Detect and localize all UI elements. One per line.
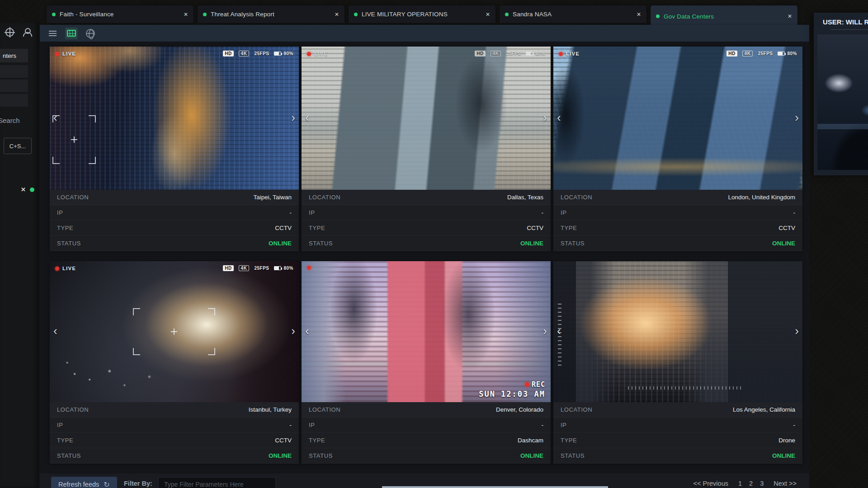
- feed-metadata: LOCATIONIstanbul, Turkey IP- TYPECCTV ST…: [50, 402, 299, 464]
- meta-label: TYPE: [561, 225, 577, 231]
- live-dot-icon: [307, 266, 311, 270]
- live-dot-icon: [559, 52, 563, 56]
- next-camera-chevron[interactable]: ›: [795, 111, 799, 123]
- cs-button[interactable]: C+S...: [4, 138, 32, 154]
- uhd-badge: 4K: [491, 51, 501, 56]
- grid-view-icon[interactable]: [65, 28, 78, 39]
- prev-camera-chevron[interactable]: ‹: [53, 325, 57, 337]
- meta-row-type: TYPECCTV: [50, 433, 299, 448]
- tab-close-icon[interactable]: ✕: [637, 11, 641, 18]
- page-3-link[interactable]: 3: [760, 480, 764, 487]
- refresh-icon: ↻: [104, 480, 109, 488]
- feed-video-taipei[interactable]: LIVE HD 4K 25FPS 80% ‹ ›: [50, 47, 299, 190]
- live-indicator: LIVE: [559, 51, 580, 56]
- target-icon[interactable]: [5, 28, 14, 37]
- list-view-icon[interactable]: [46, 28, 59, 39]
- globe-view-icon[interactable]: [84, 28, 97, 39]
- meta-label: IP: [57, 209, 63, 216]
- next-camera-chevron[interactable]: ›: [543, 111, 547, 123]
- meta-value: CCTV: [527, 225, 543, 231]
- hd-badge: HD: [475, 51, 485, 56]
- close-icon[interactable]: ✕: [21, 186, 26, 193]
- filter-input[interactable]: [158, 477, 276, 488]
- meta-row-type: TYPECCTV: [553, 221, 802, 236]
- tab-close-icon[interactable]: ✕: [788, 13, 792, 19]
- meta-label: IP: [561, 422, 566, 428]
- meta-label: IP: [561, 209, 566, 216]
- meta-value: CCTV: [275, 437, 292, 444]
- tab-sandra-nasa[interactable]: Sandra NASA ✕: [500, 5, 646, 23]
- divider: [831, 29, 868, 30]
- live-label: LIVE: [314, 51, 328, 56]
- previous-page-link[interactable]: << Previous: [693, 480, 728, 487]
- feed-card-denver: ‹ › REC SUN 12:03 AM LOCATIONDenver, Col…: [302, 261, 551, 464]
- status-badge: ONLINE: [772, 452, 795, 459]
- next-camera-chevron[interactable]: ›: [291, 111, 295, 123]
- user-icon[interactable]: [23, 28, 31, 37]
- feed-video-denver[interactable]: ‹ › REC SUN 12:03 AM: [302, 261, 551, 402]
- window-tab-bar: Faith - Surveillance ✕ Threat Analysis R…: [40, 5, 809, 25]
- sidebar-list-item[interactable]: [0, 80, 28, 92]
- user-webcam-video[interactable]: [817, 34, 868, 170]
- uhd-badge: 4K: [742, 51, 753, 56]
- tab-close-icon[interactable]: ✕: [335, 11, 339, 18]
- next-page-link[interactable]: Next >>: [774, 480, 797, 487]
- battery-label: 80%: [283, 51, 293, 56]
- meta-value: -: [542, 422, 544, 428]
- meta-label: LOCATION: [561, 406, 592, 413]
- fps-label: 25FPS: [506, 51, 521, 56]
- tab-gov-data-centers[interactable]: Gov Data Centers ✕: [651, 5, 797, 27]
- feed-video-istanbul[interactable]: LIVE HD 4K 25FPS 80% ‹ ›: [50, 261, 299, 402]
- live-indicator: LIVE: [307, 51, 328, 56]
- meta-row-location: LOCATIONLondon, United Kingdom: [553, 190, 802, 205]
- sidebar-search-label[interactable]: Search: [0, 117, 20, 124]
- feed-metadata: LOCATIONLos Angeles, California IP- TYPE…: [553, 402, 802, 464]
- prev-camera-chevron[interactable]: ‹: [557, 111, 561, 123]
- tab-threat-analysis-report[interactable]: Threat Analysis Report ✕: [198, 5, 344, 23]
- prev-camera-chevron[interactable]: ‹: [305, 111, 309, 123]
- live-dot-icon: [55, 52, 59, 56]
- meta-label: STATUS: [309, 452, 333, 459]
- meta-row-type: TYPEDrone: [553, 433, 802, 448]
- next-camera-chevron[interactable]: ›: [291, 325, 295, 337]
- prev-camera-chevron[interactable]: ‹: [305, 325, 309, 337]
- sidebar-item-centers[interactable]: nters: [0, 49, 28, 62]
- meta-row-location: LOCATIONTaipei, Taiwan: [50, 190, 299, 205]
- fps-label: 25FPS: [758, 51, 773, 56]
- meta-label: STATUS: [309, 240, 333, 247]
- pagination: << Previous 1 2 3 Next >>: [693, 480, 797, 487]
- next-camera-chevron[interactable]: ›: [795, 325, 799, 337]
- sidebar-list-item[interactable]: [0, 94, 28, 107]
- status-badge: ONLINE: [520, 452, 543, 459]
- battery-icon: [274, 52, 281, 56]
- sidebar-close-item[interactable]: ✕: [21, 186, 34, 193]
- feed-video-los-angeles[interactable]: ‹ ›: [553, 261, 802, 402]
- page-1-link[interactable]: 1: [738, 480, 742, 487]
- live-label: LIVE: [566, 51, 580, 56]
- tab-faith-surveillance[interactable]: Faith - Surveillance ✕: [47, 5, 193, 23]
- sidebar-list-item[interactable]: [0, 65, 28, 78]
- feed-card-london: LIVE HD 4K 25FPS 80% ‹ › LOCATIONLondon,…: [553, 47, 802, 251]
- meta-label: TYPE: [57, 225, 73, 231]
- desktop: nters Search C+S... ✕ Faith - Surveillan…: [0, 0, 868, 488]
- next-camera-chevron[interactable]: ›: [543, 325, 547, 337]
- meta-row-status: STATUSONLINE: [50, 236, 299, 251]
- feed-video-dallas[interactable]: LIVE HD 4K 25FPS 80% ‹ ›: [302, 47, 551, 190]
- page-2-link[interactable]: 2: [749, 480, 753, 487]
- meta-row-ip: IP-: [553, 418, 802, 433]
- refresh-feeds-button[interactable]: Refresh feeds ↻: [51, 477, 117, 488]
- meta-value: Drone: [778, 437, 795, 444]
- tab-live-military-operations[interactable]: LIVE MILITARY OPERATIONS ✕: [349, 5, 495, 23]
- meta-value: -: [542, 209, 544, 216]
- meta-value: Los Angeles, California: [733, 406, 795, 413]
- battery-indicator: 80%: [274, 266, 293, 271]
- meta-value: -: [793, 422, 796, 428]
- tab-close-icon[interactable]: ✕: [486, 11, 490, 18]
- viewfinder-brackets: [133, 308, 215, 355]
- battery-label: 80%: [787, 51, 797, 56]
- feed-video-london[interactable]: LIVE HD 4K 25FPS 80% ‹ ›: [553, 47, 802, 190]
- live-label: LIVE: [62, 51, 76, 56]
- tab-close-icon[interactable]: ✕: [184, 11, 188, 18]
- status-badge: ONLINE: [520, 240, 543, 247]
- meta-row-ip: IP-: [50, 205, 299, 221]
